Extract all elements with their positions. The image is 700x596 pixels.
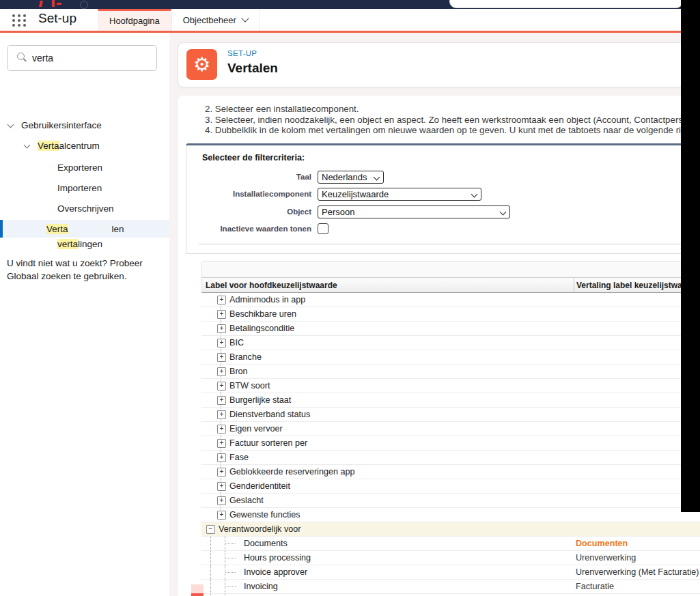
picklist-label: BTW soort [229, 381, 270, 391]
setup-translate-screen: Set-up Hoofdpagina Objectbeheer Gebruike… [0, 0, 700, 596]
table-row[interactable]: InvoicingFacturatie [201, 580, 700, 594]
sidebar-item-exporteren[interactable]: Exporteren [57, 162, 102, 173]
collapse-icon[interactable]: − [206, 525, 215, 534]
tab-objectbeheer[interactable]: Objectbeheer [171, 9, 260, 31]
instruction-line: 4. Dubbelklik in de kolom met vertalinge… [205, 125, 700, 136]
global-search-input[interactable] [449, 0, 683, 8]
translation-cell[interactable]: Urenverwerking (Met Facturatie) [576, 567, 699, 577]
picklist-label: Eigen vervoer [229, 424, 283, 434]
table-row[interactable]: +Gewenste functies [201, 508, 700, 522]
search-match-highlight: verta [57, 239, 78, 249]
table-row[interactable]: +Dienstverband status [201, 408, 700, 422]
expand-icon[interactable]: + [217, 468, 226, 477]
translation-grid: Label voor hoofdkeuzelijstwaarde Vertali… [201, 261, 700, 596]
setup-search-input[interactable] [31, 46, 150, 70]
picklist-label: Bron [229, 367, 248, 376]
picklist-label: Documents [244, 539, 288, 548]
column-header-translation: Vertaling label keuzelijstwaa [574, 281, 686, 290]
page-eyebrow: SET-UP [227, 49, 257, 57]
object-label: Object [202, 208, 311, 216]
sidebar-item-gebruikersinterface[interactable]: Gebruikersinterface [8, 120, 102, 130]
expand-icon[interactable]: + [217, 353, 226, 362]
expand-icon[interactable]: + [217, 439, 226, 448]
setup-sidebar: Gebruikersinterface Vertaalcentrum Expor… [0, 33, 170, 596]
inactieve-waarden-checkbox[interactable] [318, 223, 328, 234]
expand-icon[interactable]: + [217, 382, 226, 391]
expand-icon[interactable]: + [217, 367, 226, 376]
picklist-label: Geslacht [229, 496, 264, 505]
installatiecomponent-select-value: Keuzelijstwaarde [322, 189, 389, 199]
column-header-label: Label voor hoofdkeuzelijstwaarde [202, 278, 574, 292]
table-row[interactable]: +Bron [201, 365, 700, 379]
table-row[interactable]: +Beschikbare uren [201, 307, 700, 322]
table-row[interactable]: +Eigen vervoer [201, 422, 700, 436]
sidebar-item-label: Importeren [57, 183, 102, 193]
table-row[interactable]: +BIC [201, 336, 700, 350]
sidebar-item-label: Overschrijven [57, 203, 114, 214]
table-row[interactable]: +Burgerlijke staat [201, 393, 700, 408]
inactieve-waarden-label: Inactieve waarden tonen [202, 225, 311, 233]
translation-cell[interactable]: Documenten [576, 539, 628, 548]
top-navy-bar [0, 0, 700, 9]
picklist-label: Verantwoordelijk voor [219, 524, 300, 534]
expand-icon[interactable]: + [217, 496, 226, 505]
sidebar-item-label: alcentrum [59, 141, 100, 151]
table-row[interactable]: Invoice approverUrenverwerking (Met Fact… [201, 565, 700, 580]
table-row[interactable]: +Geblokkeerde reserveringen app [201, 465, 700, 479]
tree-line [210, 580, 211, 593]
sidebar-item-vertalen-selected[interactable]: Vertalen [0, 220, 169, 238]
expand-icon[interactable]: + [217, 339, 226, 347]
table-row[interactable]: +Factuur sorteren per [201, 436, 700, 451]
expand-icon[interactable]: + [217, 425, 226, 434]
table-row[interactable]: +Adminmodus in app [201, 293, 700, 307]
expand-icon[interactable]: + [217, 296, 226, 304]
taal-select[interactable]: Nederlands [318, 171, 384, 184]
picklist-label: Fase [229, 453, 249, 462]
tree-connector [225, 558, 236, 558]
app-launcher-icon[interactable] [12, 14, 27, 27]
instruction-line: 3. Selecteer, indien noodzakelijk, een o… [205, 115, 700, 126]
table-row[interactable]: +Genderidentiteit [201, 479, 700, 494]
tree-connector [225, 586, 236, 587]
picklist-label: Geblokkeerde reserveringen app [229, 467, 354, 477]
expand-icon[interactable]: + [217, 324, 226, 333]
tab-hoofdpagina[interactable]: Hoofdpagina [98, 9, 171, 31]
grid-header-row: Label voor hoofdkeuzelijstwaarde Vertali… [201, 277, 700, 293]
table-row[interactable]: +Betalingsconditie [201, 322, 700, 336]
expand-icon[interactable]: + [217, 310, 226, 319]
picklist-label: Burgerlijke staat [229, 395, 291, 405]
table-row[interactable]: +Geslacht [201, 494, 700, 508]
tab-label: Objectbeheer [183, 15, 236, 25]
translation-cell[interactable]: Facturatie [576, 582, 614, 591]
picklist-label: Betalingsconditie [229, 324, 294, 333]
page-header-card: ⚙ SET-UP Vertalen [178, 42, 691, 87]
table-row[interactable]: Hours processingUrenverwerking [201, 551, 700, 565]
object-select[interactable]: Persoon [318, 205, 510, 218]
table-row[interactable]: +Fase [201, 451, 700, 465]
sidebar-item-label: len [112, 224, 124, 234]
expand-icon[interactable]: + [217, 511, 226, 520]
sidebar-item-overschrijven[interactable]: Overschrijven [57, 203, 114, 214]
expand-icon[interactable]: + [217, 482, 226, 491]
picklist-label: Beschikbare uren [229, 309, 296, 319]
table-row[interactable]: +BTW soort [201, 379, 700, 393]
translation-cell[interactable]: Urenverwerking [576, 553, 636, 563]
table-row[interactable]: −Verantwoordelijk voor [201, 522, 700, 537]
sidebar-item-vertaalcentrum[interactable]: Vertaalcentrum [25, 141, 100, 151]
chevron-down-icon [500, 209, 507, 216]
sidebar-item-label: Gebruikersinterface [21, 120, 102, 130]
sidebar-item-importeren[interactable]: Importeren [57, 183, 102, 193]
table-row[interactable]: +Branche [201, 350, 700, 365]
picklist-label: BIC [229, 338, 244, 347]
table-row[interactable]: DocumentsDocumenten [201, 537, 700, 551]
picklist-label: Genderidentiteit [229, 481, 290, 491]
expand-icon[interactable]: + [217, 396, 226, 405]
setup-nav-bar: Set-up Hoofdpagina Objectbeheer [0, 9, 700, 33]
logo-fragment-icon [52, 0, 55, 7]
picklist-label: Adminmodus in app [229, 295, 305, 304]
search-match-highlight: Verta [38, 141, 59, 151]
installatiecomponent-select[interactable]: Keuzelijstwaarde [318, 188, 481, 201]
picklist-label: Gewenste functies [229, 510, 300, 520]
expand-icon[interactable]: + [217, 453, 226, 462]
expand-icon[interactable]: + [217, 410, 226, 419]
